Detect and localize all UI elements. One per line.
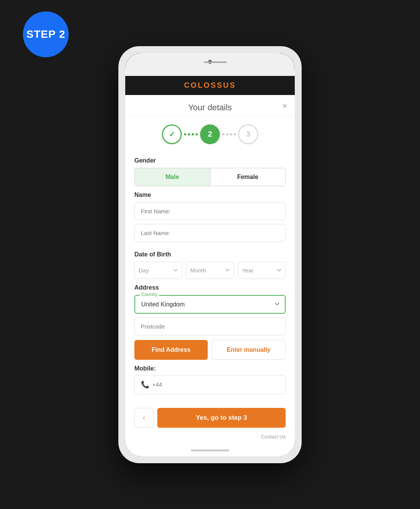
- contact-us-link[interactable]: Contact Us: [261, 434, 286, 440]
- dob-label: Date of Birth: [134, 251, 286, 258]
- phone-icon: 📞: [141, 380, 149, 389]
- dot: [226, 133, 228, 135]
- step-2-circle: 2: [200, 124, 220, 144]
- dot: [234, 133, 236, 135]
- step-2-label: 2: [208, 130, 212, 139]
- phone-screen: COLOSSUS Your details × ✓: [125, 53, 295, 456]
- mobile-input[interactable]: [152, 381, 279, 388]
- mobile-input-wrapper: 📞: [134, 375, 286, 394]
- back-button[interactable]: ‹: [134, 408, 153, 428]
- home-bar: [125, 445, 295, 456]
- dob-row: Day Month Year: [134, 262, 286, 279]
- dot: [195, 133, 198, 135]
- app-logo: COLOSSUS: [184, 81, 236, 90]
- last-name-input[interactable]: [134, 224, 286, 242]
- phone-shell: COLOSSUS Your details × ✓: [118, 46, 302, 463]
- modal-overlay: Your details × ✓ 2: [125, 95, 295, 445]
- year-select[interactable]: Year: [238, 262, 286, 279]
- modal-title: Your details: [188, 103, 232, 113]
- step-3-label: 3: [246, 130, 250, 139]
- gender-selector: Male Female: [134, 168, 286, 186]
- male-button[interactable]: Male: [135, 168, 210, 186]
- speaker: [204, 61, 227, 63]
- step-badge: STEP 2: [23, 11, 69, 57]
- modal-header: Your details ×: [125, 95, 295, 117]
- address-label: Address: [134, 284, 286, 291]
- day-select[interactable]: Day: [134, 262, 182, 279]
- enter-manually-button[interactable]: Enter manually: [212, 340, 286, 360]
- phone-notch: [125, 53, 295, 76]
- address-buttons: Find Address Enter manually: [134, 340, 286, 360]
- first-name-input[interactable]: [134, 202, 286, 220]
- mobile-label: Mobile:: [134, 365, 286, 372]
- dot: [184, 133, 186, 135]
- name-label: Name: [134, 192, 286, 198]
- country-select[interactable]: United Kingdom: [135, 296, 285, 313]
- address-section: Country United Kingdom Find Address Ente…: [134, 295, 286, 360]
- step-badge-text: STEP 2: [26, 28, 65, 40]
- step-1-check: ✓: [169, 130, 175, 139]
- gender-label: Gender: [134, 157, 286, 164]
- dot: [188, 133, 190, 135]
- month-select[interactable]: Month: [186, 262, 234, 279]
- next-step-button[interactable]: Yes, go to step 3: [157, 408, 286, 428]
- form-body: Gender Male Female Name Date of Birth Da…: [125, 148, 295, 408]
- dot: [230, 133, 232, 135]
- step-3-circle: 3: [238, 124, 258, 144]
- country-float-label: Country: [140, 292, 159, 297]
- dot: [192, 133, 194, 135]
- close-button[interactable]: ×: [282, 102, 287, 110]
- female-button[interactable]: Female: [210, 168, 286, 186]
- dot: [222, 133, 225, 135]
- postcode-input[interactable]: [134, 317, 286, 335]
- contact-us-row: Contact Us: [125, 432, 295, 445]
- step-1-circle: ✓: [162, 124, 182, 144]
- dots-2: [222, 133, 236, 135]
- country-field-wrapper: Country United Kingdom: [134, 295, 286, 314]
- find-address-button[interactable]: Find Address: [134, 340, 208, 360]
- dots-1: [184, 133, 198, 135]
- bottom-nav-row: ‹ Yes, go to step 3: [125, 408, 295, 432]
- app-header: COLOSSUS: [125, 76, 295, 95]
- steps-row: ✓ 2 3: [125, 117, 295, 148]
- home-indicator: [191, 449, 229, 451]
